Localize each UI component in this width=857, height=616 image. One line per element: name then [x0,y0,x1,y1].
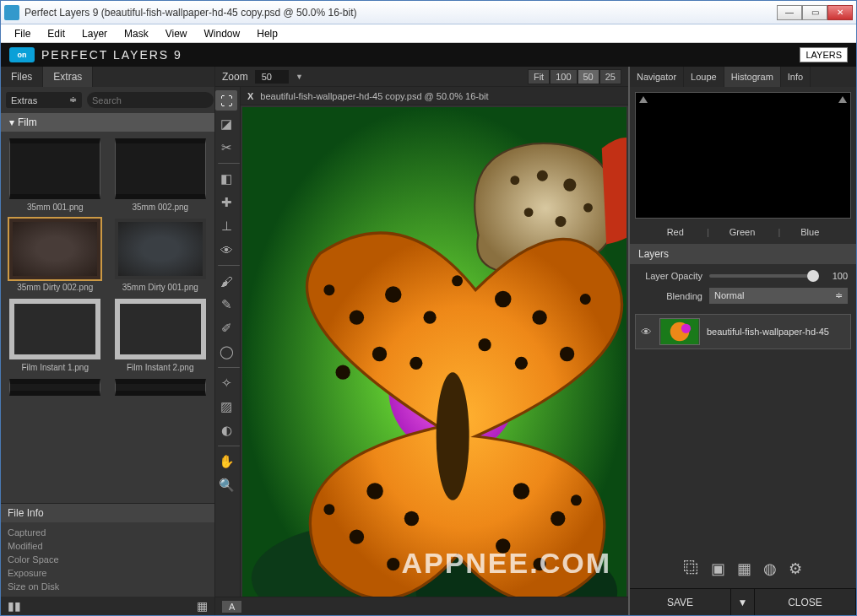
app-icon [4,5,19,20]
svg-point-8 [556,216,567,227]
opacity-value: 100 [826,271,848,281]
file-info-captured: Captured [8,526,208,539]
stamp-tool-icon[interactable]: ⊥ [215,216,237,236]
brush-tool-icon[interactable]: 🖌 [215,271,237,291]
menu-help[interactable]: Help [248,24,286,42]
svg-point-37 [681,324,691,333]
chevron-down-icon[interactable]: ▼ [296,73,303,81]
svg-point-31 [452,275,463,286]
svg-point-6 [563,179,576,192]
canvas[interactable]: APPNEE.COM [241,105,628,597]
zoom-fit-button[interactable]: Fit [528,69,550,84]
zoom-value-field[interactable]: 50 [255,70,289,84]
thumb-item[interactable]: 35mm 002.png [111,138,210,212]
tab-info[interactable]: Info [781,67,811,87]
layer-list: 👁 beautiful-fish-wallpaper-hd-45 [630,311,856,553]
duplicate-layer-icon[interactable]: ⿻ [684,559,699,578]
close-button[interactable]: ✕ [827,5,853,20]
brush2-tool-icon[interactable]: ✎ [215,294,237,315]
tab-extras[interactable]: Extras [43,67,93,87]
redeye-tool-icon[interactable]: 👁 [215,240,237,260]
thumb-item[interactable] [111,379,210,396]
canvas-image [242,107,626,597]
settings-icon[interactable]: ⚙ [789,559,802,578]
svg-point-24 [350,530,364,544]
view-grid-icon[interactable]: ▦ [197,599,208,613]
scissors-tool-icon[interactable]: ✂ [215,138,237,158]
merge-layer-icon[interactable]: ▦ [737,559,751,578]
brush3-tool-icon[interactable]: ✐ [215,318,237,338]
category-dropdown[interactable]: Extras ≑ [6,92,82,108]
close-document-button[interactable]: CLOSE [755,589,856,615]
document-tab-label: beautiful-fish-wallpaper-hd-45 copy.psd … [260,91,488,101]
fill-layer-icon[interactable]: ◍ [763,559,777,578]
hand-tool-icon[interactable]: ✋ [215,451,237,472]
thumb-item[interactable]: 35mm Dirty 002.png [6,219,105,292]
left-panel: Files Extras Extras ≑ ✕ ▾ Film 35mm 001.… [1,67,215,615]
zoom-50-button[interactable]: 50 [578,69,599,84]
center-panel: Zoom 50 ▼ Fit 100 50 25 ⛶ ◪ ✂ ◧ ✚ [215,67,628,615]
tab-loupe[interactable]: Loupe [684,67,724,87]
shadow-clip-icon[interactable] [639,96,648,103]
thumb-item[interactable]: Film Instant 1.png [6,299,105,372]
svg-point-11 [350,311,364,325]
bucket-tool-icon[interactable]: ◐ [215,420,237,440]
transform-tool-icon[interactable]: ◪ [215,114,237,134]
right-footer: SAVE ▼ CLOSE [630,588,856,615]
thumb-item[interactable]: 35mm 001.png [6,138,105,212]
menu-file[interactable]: File [6,24,39,42]
file-info-size: Size on Disk [8,580,208,593]
minimize-button[interactable]: — [777,5,802,20]
tab-navigator[interactable]: Navigator [630,67,684,87]
save-button[interactable]: SAVE [630,589,731,615]
window-title: Perfect Layers 9 (beautiful-fish-wallpap… [24,7,777,19]
zoom-tool-icon[interactable]: 🔍 [215,475,237,495]
app-title: PERFECT LAYERS 9 [41,48,800,62]
save-dropdown-icon[interactable]: ▼ [731,589,755,615]
crop-tool-icon[interactable]: ⛶ [215,90,237,111]
right-panel: Navigator Loupe Histogram Info Red |Gree… [628,67,856,615]
zoom-bar: Zoom 50 ▼ Fit 100 50 25 [215,67,628,87]
zoom-100-button[interactable]: 100 [550,69,577,84]
heal-tool-icon[interactable]: ✚ [215,192,237,213]
menu-view[interactable]: View [157,24,196,42]
close-tab-icon[interactable]: X [247,91,253,101]
layer-item[interactable]: 👁 beautiful-fish-wallpaper-hd-45 [635,314,851,349]
menu-bar: File Edit Layer Mask View Window Help [1,24,856,43]
section-header-film[interactable]: ▾ Film [1,113,214,132]
maximize-button[interactable]: ▭ [802,5,827,20]
thumb-item[interactable]: 35mm Dirty 001.png [111,219,210,292]
watermark: APPNEE.COM [401,547,611,580]
visibility-icon[interactable]: 👁 [639,325,653,338]
opacity-slider[interactable] [709,274,819,278]
dropdown-icon: ≑ [69,95,77,105]
document-tab[interactable]: X beautiful-fish-wallpaper-hd-45 copy.ps… [241,87,628,105]
zoom-label: Zoom [222,71,248,83]
opacity-label: Layer Opacity [638,271,702,281]
highlight-clip-icon[interactable] [838,96,847,103]
eraser-tool-icon[interactable]: ◧ [215,169,237,189]
view-thumbs-icon[interactable]: ▮▮ [8,599,21,613]
app-header: on PERFECT LAYERS 9 LAYERS [1,43,856,67]
file-info-exposure: Exposure [8,566,208,580]
delete-layer-icon[interactable]: ▣ [711,559,725,578]
tab-files[interactable]: Files [1,67,43,87]
thumb-item[interactable] [6,379,105,396]
zoom-25-button[interactable]: 25 [599,69,621,84]
search-input[interactable] [87,92,214,108]
menu-edit[interactable]: Edit [39,24,73,42]
svg-point-26 [513,483,530,500]
view-mode-a[interactable]: A [222,601,241,613]
layers-mode-button[interactable]: LAYERS [800,47,848,62]
lasso-tool-icon[interactable]: ◯ [215,342,237,362]
mask-tool-icon[interactable]: ▨ [215,397,237,417]
wand-tool-icon[interactable]: ✧ [215,373,237,393]
menu-layer[interactable]: Layer [73,24,116,42]
canvas-footer: A [215,597,628,615]
blending-dropdown[interactable]: Normal ≑ [709,288,848,304]
svg-point-32 [580,294,591,305]
thumb-item[interactable]: Film Instant 2.png [111,299,210,372]
menu-mask[interactable]: Mask [116,24,157,42]
tab-histogram[interactable]: Histogram [724,67,781,87]
menu-window[interactable]: Window [196,24,249,42]
